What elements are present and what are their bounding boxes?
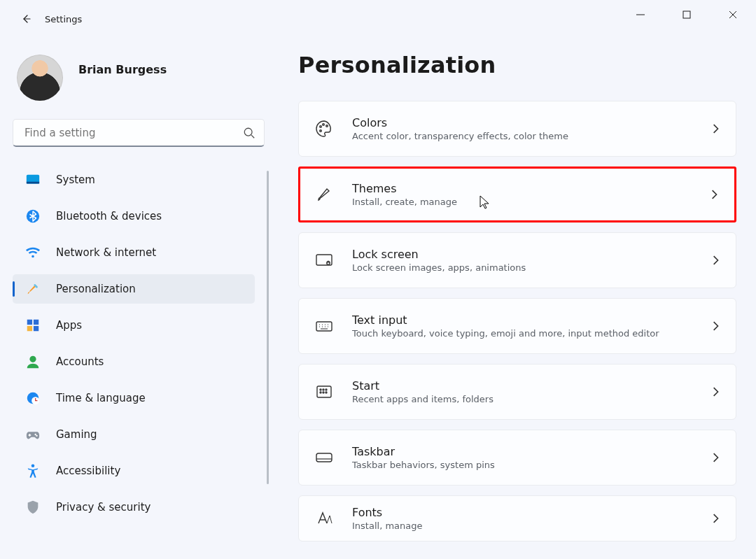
- brush-icon: [314, 185, 334, 204]
- nav-list: System Bluetooth & devices Network & int…: [13, 165, 265, 522]
- nav-item-label: Personalization: [56, 283, 136, 295]
- keyboard-icon: [314, 316, 334, 336]
- svg-point-23: [320, 389, 321, 390]
- shield-icon: [25, 500, 41, 515]
- nav-item-apps[interactable]: Apps: [13, 311, 255, 340]
- card-subtitle: Taskbar behaviors, system pins: [352, 460, 495, 470]
- nav-item-label: Network & internet: [56, 246, 156, 259]
- profile-block[interactable]: Brian Burgess: [13, 55, 265, 101]
- nav-item-time-language[interactable]: Time & language: [13, 383, 255, 413]
- svg-point-25: [326, 389, 327, 390]
- card-taskbar[interactable]: Taskbar Taskbar behaviors, system pins: [298, 430, 736, 486]
- card-colors[interactable]: Colors Accent color, transparency effect…: [298, 101, 736, 157]
- page-title: Personalization: [298, 52, 736, 78]
- nav-item-label: System: [56, 174, 95, 186]
- svg-rect-8: [34, 326, 38, 331]
- svg-point-9: [29, 356, 36, 362]
- svg-rect-7: [27, 326, 32, 331]
- chevron-right-icon: [710, 124, 720, 134]
- svg-point-17: [326, 125, 328, 127]
- nav-item-label: Gaming: [56, 428, 97, 441]
- chevron-right-icon: [709, 190, 719, 199]
- nav-item-network[interactable]: Network & internet: [13, 238, 255, 267]
- search-input[interactable]: [23, 126, 243, 140]
- window-caption: Settings: [45, 14, 82, 24]
- maximize-button[interactable]: [664, 0, 710, 29]
- svg-point-14: [31, 464, 35, 467]
- nav-item-system[interactable]: System: [13, 165, 255, 194]
- card-fonts[interactable]: Fonts Install, manage: [298, 495, 736, 542]
- palette-icon: [314, 119, 334, 139]
- card-subtitle: Lock screen images, apps, animations: [352, 262, 526, 273]
- nav-item-label: Apps: [56, 319, 82, 332]
- back-button[interactable]: [13, 6, 39, 32]
- search-icon: [243, 127, 255, 139]
- nav-item-label: Time & language: [56, 392, 146, 404]
- card-subtitle: Install, create, manage: [352, 197, 457, 207]
- content-pane: Personalization Colors Accent color, tra…: [277, 38, 756, 559]
- card-title: Text input: [352, 313, 659, 327]
- svg-point-26: [320, 392, 321, 393]
- svg-point-16: [323, 124, 325, 126]
- fonts-icon: [314, 509, 334, 528]
- card-start[interactable]: Start Recent apps and items, folders: [298, 364, 736, 420]
- card-title: Start: [352, 379, 493, 392]
- svg-rect-21: [316, 322, 332, 331]
- svg-rect-6: [34, 320, 38, 325]
- taskbar-icon: [314, 448, 334, 467]
- globe-clock-icon: [25, 390, 41, 406]
- bluetooth-icon: [25, 208, 41, 224]
- close-button[interactable]: [710, 0, 756, 29]
- search-box[interactable]: [13, 119, 265, 147]
- start-icon: [314, 382, 334, 402]
- card-lockscreen[interactable]: Lock screen Lock screen images, apps, an…: [298, 232, 736, 288]
- paintbrush-icon: [25, 281, 41, 297]
- nav-item-label: Privacy & security: [56, 501, 150, 514]
- gaming-icon: [25, 427, 41, 442]
- card-textinput[interactable]: Text input Touch keyboard, voice typing,…: [298, 298, 736, 354]
- nav-item-personalization[interactable]: Personalization: [13, 274, 255, 304]
- svg-point-13: [36, 435, 37, 437]
- card-title: Colors: [352, 116, 568, 129]
- svg-point-12: [34, 434, 36, 435]
- chevron-right-icon: [710, 514, 720, 523]
- svg-rect-0: [683, 11, 690, 18]
- card-subtitle: Install, manage: [352, 521, 422, 531]
- nav-item-gaming[interactable]: Gaming: [13, 420, 255, 449]
- chevron-right-icon: [710, 321, 720, 331]
- lockscreen-icon: [314, 250, 334, 270]
- svg-point-24: [323, 389, 324, 390]
- svg-rect-3: [27, 182, 39, 184]
- chevron-right-icon: [710, 387, 720, 397]
- card-subtitle: Touch keyboard, voice typing, emoji and …: [352, 328, 659, 339]
- minimize-button[interactable]: [617, 0, 664, 29]
- svg-point-15: [320, 126, 322, 128]
- nav-item-privacy[interactable]: Privacy & security: [13, 493, 255, 522]
- system-icon: [25, 172, 41, 187]
- sidebar: Brian Burgess System Bluetooth & devices: [0, 38, 277, 559]
- chevron-right-icon: [710, 453, 720, 462]
- cursor-icon: [479, 195, 489, 209]
- svg-point-27: [323, 392, 324, 393]
- nav-item-bluetooth[interactable]: Bluetooth & devices: [13, 201, 255, 231]
- accessibility-icon: [25, 463, 41, 479]
- card-title: Taskbar: [352, 445, 495, 458]
- card-title: Lock screen: [352, 248, 526, 261]
- nav-item-accessibility[interactable]: Accessibility: [13, 456, 255, 486]
- nav-item-accounts[interactable]: Accounts: [13, 347, 255, 376]
- chevron-right-icon: [710, 255, 720, 265]
- card-title: Fonts: [352, 506, 422, 519]
- svg-point-28: [326, 392, 327, 393]
- nav-item-label: Accounts: [56, 355, 104, 368]
- svg-point-18: [320, 130, 322, 132]
- svg-point-20: [327, 262, 330, 264]
- apps-icon: [25, 318, 41, 333]
- svg-point-1: [244, 128, 252, 136]
- avatar: [17, 55, 63, 101]
- profile-name: Brian Burgess: [78, 63, 167, 76]
- nav-scrollbar[interactable]: [267, 171, 269, 484]
- svg-rect-29: [316, 453, 332, 462]
- wifi-icon: [25, 245, 41, 260]
- card-themes[interactable]: Themes Install, create, manage: [298, 167, 736, 222]
- svg-rect-5: [27, 320, 32, 325]
